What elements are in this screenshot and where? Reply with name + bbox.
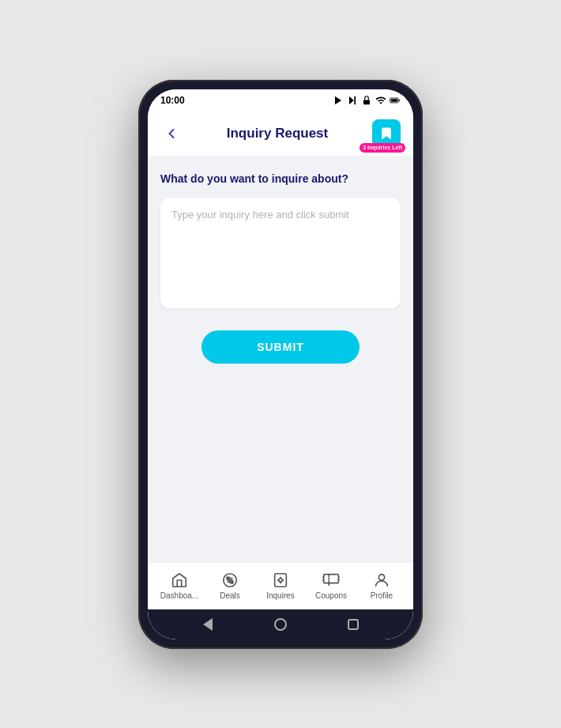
nav-label-coupons: Coupons [315, 591, 347, 600]
content-area: What do you want to inquire about? SUBMI… [148, 157, 413, 562]
back-button[interactable] [160, 123, 183, 145]
phone-screen: 10:00 Inquiry Request [148, 89, 413, 639]
deals-icon [221, 571, 239, 589]
phone-frame: 10:00 Inquiry Request [138, 80, 423, 649]
nav-item-inquires[interactable]: Inquires [255, 571, 306, 600]
system-home-button[interactable] [273, 617, 288, 632]
svg-rect-2 [354, 96, 356, 104]
inquires-icon [272, 571, 289, 589]
page-title: Inquiry Request [183, 126, 372, 141]
status-time: 10:00 [160, 95, 185, 106]
status-bar: 10:00 [148, 89, 413, 111]
nav-label-inquires: Inquires [266, 591, 295, 600]
nav-item-deals[interactable]: Deals [205, 571, 255, 600]
svg-marker-1 [349, 96, 354, 104]
bottom-nav: Dashboa... Deals Inquires [148, 562, 413, 609]
profile-icon [373, 571, 390, 589]
svg-rect-3 [363, 100, 370, 104]
system-recents-button[interactable] [346, 617, 360, 632]
header: Inquiry Request 3 Inquiries Left [148, 111, 413, 157]
inquiry-input[interactable] [160, 198, 401, 308]
svg-point-8 [231, 581, 233, 583]
coupons-icon [322, 571, 340, 589]
nav-item-coupons[interactable]: Coupons [306, 571, 356, 600]
nav-item-dashboard[interactable]: Dashboa... [154, 571, 205, 600]
nav-label-deals: Deals [220, 591, 240, 600]
nav-item-profile[interactable]: Profile [356, 571, 407, 600]
svg-point-7 [227, 577, 229, 579]
question-label: What do you want to inquire about? [160, 172, 401, 185]
nav-label-profile: Profile [371, 591, 393, 600]
home-icon [171, 571, 188, 589]
status-icons [333, 95, 401, 106]
svg-point-13 [378, 575, 384, 580]
svg-marker-0 [335, 96, 341, 104]
submit-button[interactable]: SUBMIT [201, 330, 360, 364]
nav-label-dashboard: Dashboa... [160, 591, 198, 600]
bookmark-button[interactable]: 3 Inquiries Left [372, 119, 401, 148]
svg-rect-10 [275, 574, 287, 587]
svg-rect-5 [391, 99, 397, 102]
system-back-button[interactable] [201, 617, 215, 632]
inquiries-badge: 3 Inquiries Left [360, 143, 405, 153]
system-nav-bar [148, 609, 413, 639]
